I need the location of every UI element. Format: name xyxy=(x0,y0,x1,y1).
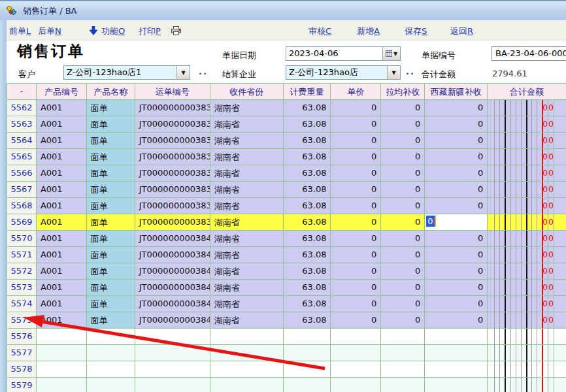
cell-total-amount-group[interactable]: 00 xyxy=(488,116,566,133)
column-header[interactable]: 产品编号 xyxy=(37,84,87,100)
row-number[interactable]: 5568 xyxy=(7,198,37,214)
cell-product-name[interactable]: 面单 xyxy=(87,165,135,182)
cell-waybill-number[interactable] xyxy=(135,329,210,345)
table-row[interactable]: 5563 A001 面单 JT0000000003833 湖南省 63.08 0… xyxy=(7,116,566,133)
cell-product-name[interactable] xyxy=(87,361,135,378)
cell-xizang-xinjiang-surcharge[interactable]: 0 xyxy=(425,280,488,296)
cell-unit-price[interactable]: 0 xyxy=(331,133,381,149)
cell-extra-amount[interactable]: 0 xyxy=(542,267,548,276)
cell-billing-weight[interactable] xyxy=(284,378,331,392)
cell-unit-price[interactable] xyxy=(331,345,381,361)
cell-product-code[interactable] xyxy=(37,378,87,392)
row-number[interactable]: 5571 xyxy=(7,247,37,263)
row-number[interactable]: 5563 xyxy=(7,116,37,133)
cell-extra-amount[interactable]: 0 xyxy=(548,299,554,308)
cell-waybill-number[interactable]: JT0000000003842 xyxy=(135,263,210,280)
cell-product-code[interactable]: A001 xyxy=(37,133,87,149)
cell-unit-price[interactable] xyxy=(331,329,381,345)
cell-levelling-surcharge[interactable]: 0 xyxy=(381,231,425,247)
cell-extra-amount[interactable]: 0 xyxy=(542,103,548,112)
cell-levelling-surcharge[interactable]: 0 xyxy=(381,149,425,165)
row-number[interactable]: 5565 xyxy=(7,149,37,165)
customer-more-button[interactable]: .. xyxy=(199,67,208,76)
cell-province[interactable]: 湖南省 xyxy=(210,165,284,182)
cell-unit-price[interactable] xyxy=(331,361,381,378)
cell-product-code[interactable]: A001 xyxy=(37,231,87,247)
table-row[interactable]: 5566 A001 面单 JT0000000003836 湖南省 63.08 0… xyxy=(7,165,566,182)
cell-levelling-surcharge[interactable]: 0 xyxy=(381,312,425,329)
function-down-arrow-icon[interactable] xyxy=(90,26,97,35)
cell-product-code[interactable]: A001 xyxy=(37,312,87,329)
cell-xizang-xinjiang-surcharge[interactable]: 0 xyxy=(425,100,488,116)
cell-levelling-surcharge[interactable]: 0 xyxy=(381,116,425,133)
cell-province[interactable]: 湖南省 xyxy=(210,280,284,296)
cell-waybill-number[interactable]: JT0000000003837 xyxy=(135,182,210,198)
cell-billing-weight[interactable]: 63.08 xyxy=(284,133,331,149)
cell-extra-amount[interactable]: 0 xyxy=(548,120,554,129)
cell-extra-amount[interactable]: 0 xyxy=(542,152,548,161)
column-header[interactable]: 拉均补收 xyxy=(381,84,425,100)
cell-product-name[interactable]: 面单 xyxy=(87,214,135,231)
cell-province[interactable]: 湖南省 xyxy=(210,149,284,165)
cell-xizang-xinjiang-surcharge[interactable]: 0 xyxy=(425,263,488,280)
cell-product-code[interactable]: A001 xyxy=(37,296,87,312)
cell-unit-price[interactable]: 0 xyxy=(331,182,381,198)
column-header[interactable]: - xyxy=(7,84,37,100)
cell-province[interactable] xyxy=(210,329,284,345)
cell-product-name[interactable] xyxy=(87,378,135,392)
cell-xizang-xinjiang-surcharge[interactable]: 0 xyxy=(425,247,488,263)
cell-billing-weight[interactable]: 63.08 xyxy=(284,149,331,165)
cell-xizang-xinjiang-surcharge[interactable]: 0 xyxy=(425,133,488,149)
customer-dropdown-button[interactable]: ▼ xyxy=(176,66,190,79)
cell-product-code[interactable] xyxy=(37,361,87,378)
cell-levelling-surcharge[interactable]: 0 xyxy=(381,182,425,198)
cell-product-name[interactable] xyxy=(87,329,135,345)
table-row[interactable]: 5565 A001 面单 JT0000000003835 湖南省 63.08 0… xyxy=(7,149,566,165)
cell-billing-weight[interactable]: 63.08 xyxy=(284,182,331,198)
cell-extra-amount[interactable]: 0 xyxy=(548,169,554,178)
cell-levelling-surcharge[interactable]: 0 xyxy=(381,296,425,312)
cell-unit-price[interactable]: 0 xyxy=(331,296,381,312)
row-number[interactable]: 5562 xyxy=(7,100,37,116)
cell-province[interactable]: 湖南省 xyxy=(210,214,284,231)
cell-unit-price[interactable]: 0 xyxy=(331,165,381,182)
table-row[interactable]: 5568 A001 面单 JT0000000003838 湖南省 63.08 0… xyxy=(7,198,566,214)
cell-product-code[interactable]: A001 xyxy=(37,214,87,231)
column-header[interactable]: 西藏新疆补收 xyxy=(425,84,488,100)
cell-province[interactable]: 湖南省 xyxy=(210,116,284,133)
row-number[interactable]: 5564 xyxy=(7,133,37,149)
cell-billing-weight[interactable]: 63.08 xyxy=(284,280,331,296)
doc-date-picker[interactable]: 2023-04-06 ▼ xyxy=(286,46,401,61)
cell-product-name[interactable]: 面单 xyxy=(87,182,135,198)
cell-unit-price[interactable] xyxy=(331,378,381,392)
column-header[interactable]: 收件省份 xyxy=(210,84,284,100)
cell-total-amount-group[interactable]: 00 xyxy=(488,133,566,149)
cell-levelling-surcharge[interactable]: 0 xyxy=(381,247,425,263)
cell-extra-amount[interactable]: 0 xyxy=(542,283,548,292)
cell-total-amount-group[interactable]: 00 xyxy=(488,182,566,198)
cell-waybill-number[interactable]: JT0000000003838 xyxy=(135,198,210,214)
cell-product-name[interactable]: 面单 xyxy=(87,280,135,296)
cell-unit-price[interactable]: 0 xyxy=(331,280,381,296)
cell-levelling-surcharge[interactable]: 0 xyxy=(381,165,425,182)
row-number[interactable]: 5572 xyxy=(7,263,37,280)
cell-extra-amount[interactable]: 0 xyxy=(542,250,548,259)
cell-xizang-xinjiang-surcharge[interactable] xyxy=(425,329,488,345)
table-row[interactable]: 5572 A001 面单 JT0000000003842 湖南省 63.08 0… xyxy=(7,263,566,280)
cell-xizang-xinjiang-surcharge[interactable]: 0 xyxy=(425,296,488,312)
cell-extra-amount[interactable]: 0 xyxy=(548,283,554,292)
cell-extra-amount[interactable]: 0 xyxy=(548,152,554,161)
cell-total-amount-group[interactable] xyxy=(488,329,566,345)
cell-extra-amount[interactable]: 0 xyxy=(542,234,548,243)
cell-total-amount-group[interactable]: 00 xyxy=(488,312,566,329)
cell-province[interactable] xyxy=(210,378,284,392)
cell-product-name[interactable]: 面单 xyxy=(87,263,135,280)
cell-total-amount-group[interactable]: 00 xyxy=(488,231,566,247)
cell-unit-price[interactable]: 0 xyxy=(331,247,381,263)
cell-waybill-number[interactable]: JT0000000003844 xyxy=(135,296,210,312)
cell-product-code[interactable] xyxy=(37,329,87,345)
cell-extra-amount[interactable]: 0 xyxy=(548,250,554,259)
table-row[interactable]: 5575 A001 面单 JT0000000003845 湖南省 63.08 0… xyxy=(7,312,566,329)
cell-province[interactable] xyxy=(210,361,284,378)
cell-levelling-surcharge[interactable]: 0 xyxy=(381,198,425,214)
